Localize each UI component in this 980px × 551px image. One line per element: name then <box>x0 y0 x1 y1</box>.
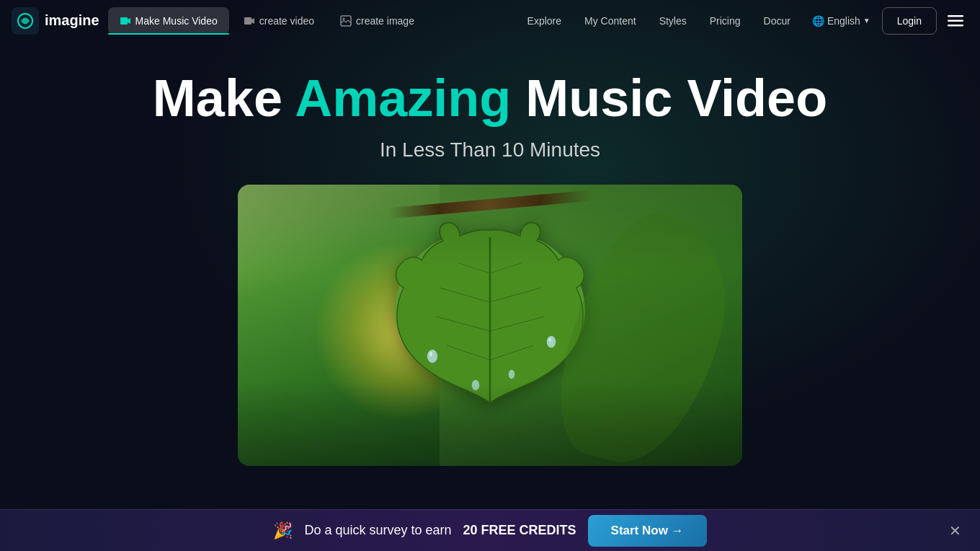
create-video-button[interactable]: create video <box>232 7 326 35</box>
navbar: imagine Make Music Video create video <box>0 0 980 41</box>
banner-text-prefix: Do a quick survey to earn <box>304 523 451 538</box>
create-image-label: create image <box>356 15 414 27</box>
styles-link[interactable]: Styles <box>649 11 697 31</box>
logo-text: imagine <box>45 12 99 29</box>
make-music-video-label: Make Music Video <box>135 15 218 27</box>
login-button[interactable]: Login <box>882 7 937 35</box>
music-video-icon <box>120 15 131 27</box>
hamburger-menu[interactable] <box>943 8 968 34</box>
hero-video-thumbnail[interactable] <box>238 185 742 466</box>
headline-rest: Music Video <box>511 69 827 127</box>
hero-subheadline: In Less Than 10 Minutes <box>380 138 600 162</box>
logo-icon <box>12 7 39 35</box>
banner-credits: 20 FREE CREDITS <box>463 523 576 538</box>
docs-link[interactable]: Docur <box>754 11 801 31</box>
language-icon: 🌐 <box>812 15 824 27</box>
chevron-down-icon: ▼ <box>863 17 870 25</box>
headline-amazing: Amazing <box>295 69 511 127</box>
explore-link[interactable]: Explore <box>517 11 571 31</box>
create-video-label: create video <box>259 15 314 27</box>
leaf-image <box>238 185 742 466</box>
vignette-overlay <box>238 185 742 466</box>
create-image-icon <box>340 15 352 27</box>
svg-rect-6 <box>948 15 963 17</box>
start-now-button[interactable]: Start Now → <box>588 515 707 547</box>
svg-rect-7 <box>948 19 963 22</box>
svg-rect-8 <box>948 25 963 27</box>
svg-rect-4 <box>341 16 351 26</box>
active-indicator <box>108 33 229 35</box>
svg-rect-3 <box>244 17 251 25</box>
create-video-icon <box>244 15 255 27</box>
headline-make: Make <box>153 69 295 127</box>
hero-headline: Make Amazing Music Video <box>153 70 827 127</box>
hero-section: Make Amazing Music Video In Less Than 10… <box>0 41 980 466</box>
pricing-link[interactable]: Pricing <box>700 11 751 31</box>
language-selector[interactable]: 🌐 English ▼ <box>803 11 879 31</box>
logo[interactable]: imagine <box>12 7 99 35</box>
svg-point-5 <box>343 17 345 19</box>
close-icon: ✕ <box>949 522 961 539</box>
start-now-label: Start Now → <box>611 524 684 538</box>
svg-rect-2 <box>120 17 128 25</box>
survey-banner: 🎉 Do a quick survey to earn 20 FREE CRED… <box>0 509 980 551</box>
my-content-link[interactable]: My Content <box>574 11 646 31</box>
make-music-video-button[interactable]: Make Music Video <box>108 7 229 35</box>
language-label: English <box>827 15 860 27</box>
close-banner-button[interactable]: ✕ <box>944 520 966 542</box>
create-image-button[interactable]: create image <box>329 7 426 35</box>
party-emoji: 🎉 <box>273 521 293 540</box>
